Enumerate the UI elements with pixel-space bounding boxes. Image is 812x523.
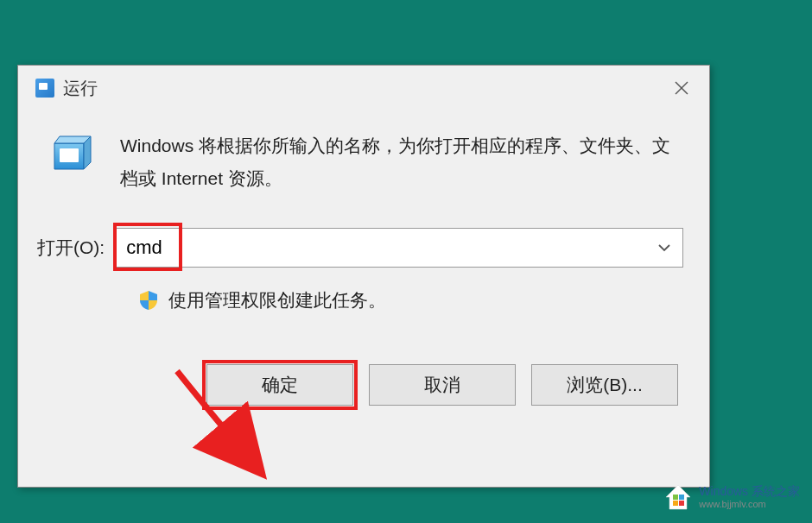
svg-rect-3 (673, 495, 678, 500)
dialog-body: Windows 将根据你所输入的名称，为你打开相应的程序、文件夹、文档或 Int… (18, 110, 709, 423)
run-dialog: 运行 Windows 将根据你所输 (17, 65, 710, 488)
svg-rect-4 (679, 495, 684, 500)
admin-note: 使用管理权限创建此任务。 (168, 288, 386, 312)
info-row: Windows 将根据你所输入的名称，为你打开相应的程序、文件夹、文档或 Int… (44, 128, 683, 195)
browse-button[interactable]: 浏览(B)... (531, 364, 678, 406)
titlebar: 运行 (18, 66, 709, 110)
svg-rect-2 (60, 148, 79, 162)
watermark-text: Windows 系统之家 www.bjjmlv.com (699, 485, 800, 508)
run-small-icon (35, 79, 54, 98)
watermark-logo-icon (663, 482, 694, 513)
svg-rect-5 (673, 501, 678, 506)
admin-row: 使用管理权限创建此任务。 (137, 288, 683, 312)
dialog-title: 运行 (63, 77, 98, 100)
ok-button[interactable]: 确定 (206, 364, 353, 406)
button-row: 确定 取消 浏览(B)... (44, 364, 683, 406)
watermark-url: www.bjjmlv.com (699, 499, 800, 509)
input-wrapper (113, 228, 683, 268)
dialog-description: Windows 将根据你所输入的名称，为你打开相应的程序、文件夹、文档或 Int… (120, 128, 683, 195)
svg-rect-6 (679, 501, 684, 506)
run-large-icon (51, 133, 99, 174)
command-input[interactable] (113, 228, 683, 268)
close-button[interactable] (669, 76, 694, 100)
watermark: Windows 系统之家 www.bjjmlv.com (663, 482, 800, 513)
cancel-button[interactable]: 取消 (369, 364, 516, 406)
watermark-title: Windows 系统之家 (699, 485, 800, 498)
input-row: 打开(O): (37, 228, 683, 268)
shield-icon (137, 289, 160, 312)
open-label: 打开(O): (37, 236, 105, 260)
close-icon (673, 79, 690, 97)
titlebar-left: 运行 (35, 77, 98, 100)
